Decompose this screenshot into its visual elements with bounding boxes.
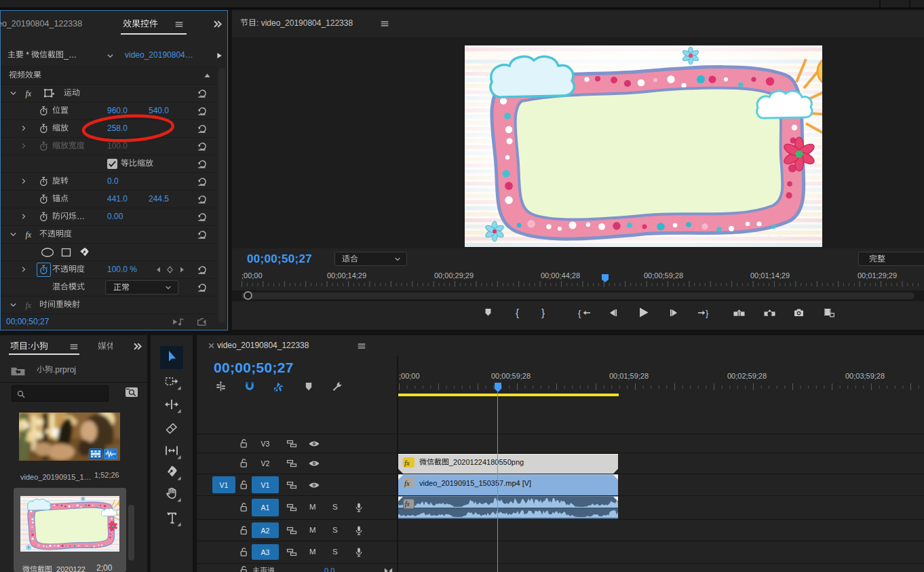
timeline-tab-title[interactable]: video_20190804_122338 xyxy=(217,341,309,350)
image-item-thumbnail[interactable] xyxy=(20,496,119,552)
tab-project[interactable]: : xyxy=(10,341,48,351)
reset-scale-button[interactable] xyxy=(196,123,208,134)
reset-antiflicker-button[interactable] xyxy=(196,211,208,223)
timeline-timecode[interactable]: 00;00;50;27 xyxy=(214,360,294,376)
linked-selection-icon[interactable] xyxy=(273,381,285,393)
toggle-effects-icon[interactable] xyxy=(196,316,208,328)
collapse-effects-icon[interactable] xyxy=(203,71,212,80)
motion-transform-icon[interactable] xyxy=(43,88,55,100)
prev-keyframe-icon[interactable] xyxy=(154,265,163,274)
track-target-v1[interactable]: V1 xyxy=(252,476,279,493)
rotation-value[interactable]: 0.0 xyxy=(107,176,119,186)
lock-master-icon[interactable] xyxy=(238,565,249,572)
opacity-expand-icon[interactable] xyxy=(9,230,18,239)
master-track-row[interactable] xyxy=(197,565,924,572)
project-scrollbar[interactable] xyxy=(128,505,134,560)
image-item-name[interactable]: _2020122 xyxy=(22,565,85,572)
extract-button[interactable] xyxy=(763,307,776,318)
tab-source-monitor-partial[interactable]: eo_20190804_122338 xyxy=(0,19,82,28)
reset-rotation-button[interactable] xyxy=(196,176,208,187)
program-playhead-marker[interactable] xyxy=(600,273,610,283)
project-overflow-icon[interactable] xyxy=(132,341,142,351)
program-timecode[interactable]: 00;00;50;27 xyxy=(247,252,312,266)
reset-position-button[interactable] xyxy=(196,105,208,117)
audio-badge-icon[interactable] xyxy=(104,449,117,459)
video-item-name[interactable]: video_20190915_1… xyxy=(20,473,92,481)
reset-uniform-scale-button[interactable] xyxy=(196,158,208,170)
program-viewer[interactable] xyxy=(232,37,924,248)
next-keyframe-icon[interactable] xyxy=(178,265,187,274)
reset-opacity-param-button[interactable] xyxy=(196,264,208,275)
track-target-a2[interactable]: A2 xyxy=(252,522,279,538)
anchor-x-value[interactable]: 441.0 xyxy=(107,194,128,204)
master-gain-value[interactable]: 0.0 xyxy=(324,567,334,572)
program-tab-title[interactable]: : video_20190804_122338 xyxy=(240,18,353,28)
lock-track-a3-icon[interactable] xyxy=(238,546,249,558)
scale-value[interactable]: 258.0 xyxy=(107,123,128,133)
search-input[interactable] xyxy=(12,385,109,402)
timeline-add-marker-icon[interactable] xyxy=(303,381,314,392)
zoom-level-dropdown[interactable] xyxy=(334,252,407,266)
scale-stopwatch-icon[interactable] xyxy=(38,123,50,134)
tab-effect-controls[interactable] xyxy=(123,18,158,28)
master-clip-label[interactable]: * _… xyxy=(7,50,77,60)
lock-track-a2-icon[interactable] xyxy=(238,525,249,536)
program-ruler[interactable]: ;00;0000;00;14;2900;00;29;2900;00;44;280… xyxy=(232,271,924,289)
work-area-bar[interactable] xyxy=(398,394,619,396)
sync-lock-a3-icon[interactable] xyxy=(286,547,297,558)
track-row-a3[interactable] xyxy=(197,541,924,563)
play-clip-audio-icon[interactable] xyxy=(172,316,186,328)
sync-lock-a2-icon[interactable] xyxy=(286,525,297,536)
voiceover-a3-icon[interactable] xyxy=(353,547,364,558)
close-sequence-icon[interactable] xyxy=(207,341,216,350)
tab-media-browser-partial[interactable] xyxy=(98,341,113,351)
lock-track-v2-icon[interactable] xyxy=(238,457,249,469)
reset-scale-width-button[interactable] xyxy=(196,140,208,152)
project-menu-icon[interactable] xyxy=(69,342,79,351)
step-back-button[interactable] xyxy=(608,307,619,318)
rect-mask-icon[interactable] xyxy=(60,247,72,258)
sync-lock-v1-icon[interactable] xyxy=(286,480,297,491)
playback-resolution-dropdown[interactable] xyxy=(858,252,924,266)
clip-a1-audio[interactable]: fx xyxy=(398,496,618,519)
tool-razor[interactable] xyxy=(164,421,179,436)
track-target-a3[interactable]: A3 xyxy=(252,544,279,560)
reset-opacity-button[interactable] xyxy=(196,229,208,240)
blend-mode-dropdown[interactable] xyxy=(105,280,178,294)
scale-expand-icon[interactable] xyxy=(20,124,28,132)
effect-controls-timecode[interactable]: 00;00;50;27 xyxy=(6,317,49,326)
antiflicker-expand-icon[interactable] xyxy=(20,212,28,221)
rotation-stopwatch-icon[interactable] xyxy=(38,176,50,187)
toggle-output-v1-icon[interactable] xyxy=(308,480,320,491)
time-remap-expand-icon[interactable] xyxy=(9,301,18,309)
sequence-clip-label[interactable]: video_20190804… xyxy=(125,50,193,60)
project-item-image[interactable]: _2020122 2;00 xyxy=(14,488,126,572)
master-keyframe-icon[interactable] xyxy=(383,566,393,572)
opacity-stopwatch-icon[interactable] xyxy=(37,263,51,277)
lock-track-v3-icon[interactable] xyxy=(238,438,249,449)
reset-anchor-button[interactable] xyxy=(196,193,208,205)
voiceover-a1-icon[interactable] xyxy=(353,502,364,513)
video-badge-icon[interactable] xyxy=(89,449,102,459)
clip-v1-video[interactable]: fx video_20190915_150357.mp4 [V] xyxy=(398,474,618,495)
voiceover-a2-icon[interactable] xyxy=(353,525,364,536)
track-name-v3[interactable]: V3 xyxy=(252,436,279,451)
find-in-bin-button[interactable] xyxy=(126,387,138,397)
source-patch-settings-icon[interactable] xyxy=(215,381,227,392)
position-y-value[interactable]: 540.0 xyxy=(149,106,169,115)
go-to-out-button[interactable] xyxy=(697,307,710,318)
position-stopwatch-icon[interactable] xyxy=(38,105,50,117)
effect-scrollbar-track[interactable] xyxy=(218,68,225,323)
opacity-value[interactable]: 100.0 % xyxy=(107,265,137,274)
timeline-menu-icon[interactable] xyxy=(357,341,366,351)
track-row-a2[interactable] xyxy=(197,520,924,541)
project-item-video[interactable]: video_20190915_1… 1;52;26 xyxy=(0,406,147,487)
mute-a1-button[interactable]: M xyxy=(309,503,316,511)
ellipse-mask-icon[interactable] xyxy=(39,247,56,258)
mark-in-button[interactable] xyxy=(513,307,524,318)
video-effects-header[interactable] xyxy=(1,68,219,84)
sync-lock-v2-icon[interactable] xyxy=(286,458,297,469)
reset-motion-button[interactable] xyxy=(196,88,208,99)
panel-overflow-icon[interactable] xyxy=(212,19,223,29)
sync-lock-v3-icon[interactable] xyxy=(286,438,297,449)
